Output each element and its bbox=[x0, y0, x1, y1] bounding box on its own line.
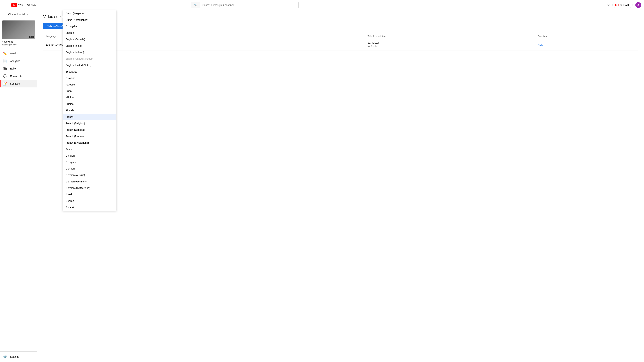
yt-logo-sub: Studio bbox=[31, 4, 36, 6]
subtitles-icon: 📝 bbox=[3, 82, 7, 86]
page-title: Video subtitles bbox=[43, 14, 638, 19]
col-empty2 bbox=[324, 33, 365, 39]
sidebar-item-label-comments: Comments bbox=[10, 75, 22, 77]
dropdown-language-item[interactable]: English (United States) bbox=[63, 62, 116, 68]
dropdown-language-item[interactable]: Greek bbox=[63, 191, 116, 198]
sidebar-item-editor[interactable]: 🎬 Editor bbox=[0, 65, 37, 72]
dropdown-language-item[interactable]: Dutch (Belgium) bbox=[63, 10, 116, 17]
sidebar-item-label-editor: Editor bbox=[10, 67, 17, 70]
cell-title-desc: Published by Creator bbox=[365, 39, 535, 50]
dropdown-language-item[interactable]: Galician bbox=[63, 152, 116, 159]
dropdown-language-item[interactable]: German (Switzerland) bbox=[63, 185, 116, 191]
search-icon[interactable]: 🔍 bbox=[191, 2, 200, 8]
dropdown-language-item[interactable]: Finnish bbox=[63, 107, 116, 114]
yt-logo[interactable]: YouTube Studio bbox=[11, 3, 36, 7]
published-status: Published bbox=[368, 42, 532, 45]
youtube-icon bbox=[11, 3, 17, 7]
help-icon[interactable]: ? bbox=[607, 3, 610, 7]
topbar-right: ? 🇨🇦 CREATE A bbox=[607, 2, 641, 8]
topbar: ☰ YouTube Studio 🔍 ? 🇨🇦 CREATE A bbox=[0, 0, 644, 10]
subtitles-table: Language Title & description Subtitles E… bbox=[43, 33, 638, 50]
dropdown-language-item[interactable]: French bbox=[63, 114, 116, 120]
main-content: Video subtitles ADD LANGUAGE Language Ti… bbox=[38, 10, 644, 362]
dropdown-language-item[interactable]: Fijian bbox=[63, 88, 116, 94]
settings-label: Settings bbox=[10, 355, 19, 358]
video-title: Your video bbox=[2, 40, 35, 43]
dropdown-language-item: English (United Kingdom) bbox=[63, 55, 116, 62]
cell-empty2 bbox=[324, 39, 365, 50]
hamburger-icon[interactable]: ☰ bbox=[3, 1, 9, 8]
search-bar: 🔍 bbox=[191, 2, 298, 8]
table-body: English (United Kingdom) Published by Cr… bbox=[43, 39, 638, 50]
dropdown-language-item[interactable]: German (Austria) bbox=[63, 172, 116, 178]
video-subtitle-label: Walking Project bbox=[2, 43, 35, 46]
sidebar-item-label-details: Details bbox=[10, 52, 18, 55]
sidebar-nav: ✏️ Details 📊 Analytics 🎬 Editor 💬 Commen… bbox=[0, 48, 37, 89]
dropdown-language-item[interactable]: French (Canada) bbox=[63, 127, 116, 133]
dropdown-language-item[interactable]: French (Switzerland) bbox=[63, 139, 116, 146]
back-icon: ← bbox=[3, 12, 6, 16]
video-thumbnail[interactable]: 2:19 bbox=[2, 20, 35, 39]
avatar[interactable]: A bbox=[635, 2, 641, 8]
dropdown-language-item[interactable]: Esperanto bbox=[63, 68, 116, 75]
dropdown-language-item[interactable]: Georgian bbox=[63, 159, 116, 165]
video-duration: 2:19 bbox=[29, 36, 34, 38]
col-title-desc: Title & description bbox=[365, 33, 535, 39]
sidebar-video-card: 2:19 Your video Walking Project bbox=[0, 18, 37, 48]
sidebar-item-label-analytics: Analytics bbox=[10, 60, 20, 62]
sidebar-item-label-subtitles: Subtitles bbox=[10, 82, 20, 85]
dropdown-language-item[interactable]: French (Belgium) bbox=[63, 120, 116, 127]
table-header: Language Title & description Subtitles bbox=[43, 33, 638, 39]
dropdown-language-item[interactable]: Dutch (Netherlands) bbox=[63, 17, 116, 23]
sidebar-item-analytics[interactable]: 📊 Analytics bbox=[0, 57, 37, 65]
sidebar-item-settings[interactable]: ⚙️ Settings bbox=[0, 353, 37, 361]
published-sub: by Creator bbox=[368, 45, 532, 47]
dropdown-language-item[interactable]: English bbox=[63, 30, 116, 36]
yt-logo-text: YouTube bbox=[18, 3, 30, 7]
sidebar-item-subtitles[interactable]: 📝 Subtitles bbox=[0, 80, 37, 87]
col-empty1 bbox=[284, 33, 324, 39]
sidebar: ← Channel subtitles 2:19 Your video Walk… bbox=[0, 10, 38, 362]
editor-icon: 🎬 bbox=[3, 67, 7, 70]
dropdown-language-item[interactable]: French (France) bbox=[63, 133, 116, 139]
dropdown-language-item[interactable]: Faroese bbox=[63, 81, 116, 88]
cell-empty1 bbox=[284, 39, 324, 50]
dropdown-language-item[interactable]: German (Germany) bbox=[63, 178, 116, 185]
dropdown-language-item[interactable]: Dzongkha bbox=[63, 23, 116, 30]
dropdown-language-item[interactable]: English (Canada) bbox=[63, 36, 116, 42]
sidebar-back-button[interactable]: ← Channel subtitles bbox=[0, 10, 37, 18]
sidebar-item-details[interactable]: ✏️ Details bbox=[0, 50, 37, 57]
sidebar-settings: ⚙️ Settings bbox=[0, 352, 37, 362]
dropdown-language-item[interactable]: Filipino bbox=[63, 101, 116, 107]
settings-icon: ⚙️ bbox=[3, 355, 7, 359]
add-subtitles-link[interactable]: ADD bbox=[538, 43, 543, 46]
dropdown-language-item[interactable]: Guarani bbox=[63, 198, 116, 204]
dropdown-language-item[interactable]: German bbox=[63, 165, 116, 172]
dropdown-language-item[interactable]: English (Ireland) bbox=[63, 49, 116, 55]
dropdown-language-item[interactable]: Gujarati bbox=[63, 204, 116, 211]
comments-icon: 💬 bbox=[3, 74, 7, 78]
dropdown-language-item[interactable]: Fulah bbox=[63, 146, 116, 152]
sidebar-item-comments[interactable]: 💬 Comments bbox=[0, 72, 37, 80]
language-dropdown[interactable]: Dutch (Belgium)Dutch (Netherlands)Dzongk… bbox=[62, 10, 116, 211]
search-input[interactable] bbox=[200, 2, 298, 8]
table-row: English (United Kingdom) Published by Cr… bbox=[43, 39, 638, 50]
col-subtitles: Subtitles bbox=[535, 33, 638, 39]
details-icon: ✏️ bbox=[3, 51, 7, 55]
create-button[interactable]: 🇨🇦 CREATE bbox=[612, 2, 632, 8]
topbar-left: ☰ YouTube Studio bbox=[3, 1, 36, 8]
cell-subtitles-action: ADD bbox=[535, 39, 638, 50]
dropdown-language-item[interactable]: Filipino bbox=[63, 94, 116, 101]
dropdown-language-item[interactable]: English (India) bbox=[63, 42, 116, 49]
dropdown-language-item[interactable]: Estonian bbox=[63, 75, 116, 81]
analytics-icon: 📊 bbox=[3, 59, 7, 63]
create-label: CREATE bbox=[620, 3, 630, 6]
create-flag-icon: 🇨🇦 bbox=[615, 3, 619, 7]
sidebar-back-label: Channel subtitles bbox=[8, 13, 28, 16]
